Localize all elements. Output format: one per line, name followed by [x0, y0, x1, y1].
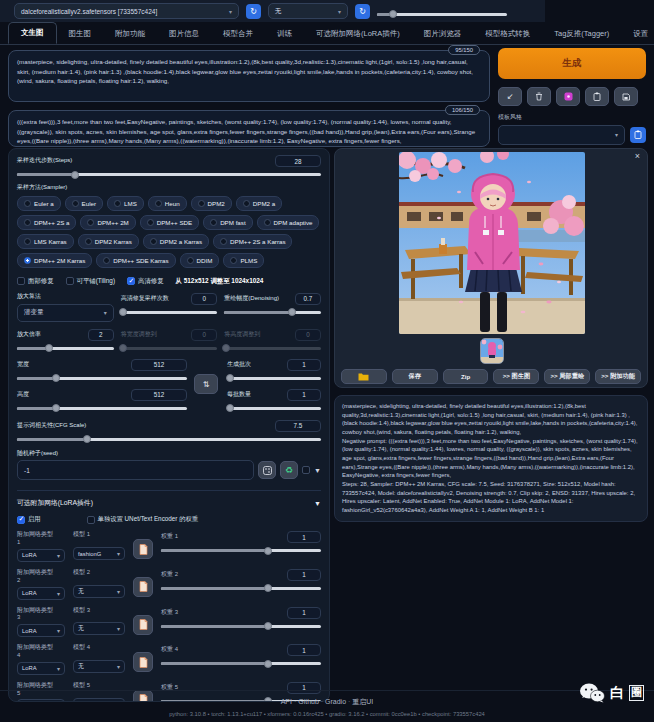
sampler-option[interactable]: DPM++ 2S a Karras — [213, 234, 292, 249]
generated-image[interactable] — [399, 152, 585, 334]
generate-button[interactable]: 生成 — [498, 48, 646, 79]
denoise-value[interactable]: 0.7 — [295, 293, 321, 305]
api-link[interactable]: API — [281, 698, 292, 705]
sampler-option[interactable]: DDIM — [180, 253, 220, 268]
clip-skip-slider[interactable] — [377, 13, 507, 16]
lora-model-file-button[interactable] — [133, 652, 153, 672]
lora-type-select[interactable]: LoRA▾ — [17, 662, 65, 675]
hires-steps-slider[interactable] — [121, 311, 218, 314]
sampler-option[interactable]: DPM2 a Karras — [143, 234, 209, 249]
sampler-option[interactable]: Heun — [148, 196, 187, 211]
apply-styles-blue-button[interactable] — [630, 127, 646, 143]
refresh-vae-button[interactable]: ↻ — [355, 4, 370, 19]
lora-type-select[interactable]: LoRA▾ — [17, 549, 65, 562]
tab-train[interactable]: 训练 — [265, 24, 304, 44]
upscale-by-slider[interactable] — [17, 347, 114, 350]
cfg-slider[interactable] — [17, 438, 321, 441]
batch-count-value[interactable]: 1 — [287, 359, 321, 371]
tab-model-converter[interactable]: 模型格式转换 — [473, 24, 542, 44]
lora-type-select[interactable]: LoRA▾ — [17, 624, 65, 637]
lora-model-file-button[interactable] — [133, 615, 153, 635]
reuse-seed-button[interactable]: ♻ — [280, 461, 298, 479]
hires-fix-checkbox[interactable]: 高清修复 — [127, 277, 164, 286]
lora-weight-slider[interactable] — [161, 587, 321, 590]
lora-model-select[interactable]: fashionG▾ — [73, 547, 125, 560]
lora-model-file-button[interactable] — [133, 577, 153, 597]
lora-accordion-header[interactable]: 可选附加网络(LoRA插件) ▼ — [17, 490, 321, 508]
gallery-thumbnail[interactable] — [480, 338, 504, 364]
lora-type-select[interactable]: LoRA▾ — [17, 587, 65, 600]
sampler-option[interactable]: DPM++ SDE — [140, 215, 199, 230]
lora-model-select[interactable]: 无▾ — [73, 660, 125, 673]
sampler-option[interactable]: DPM fast — [203, 215, 252, 230]
sampler-option[interactable]: DPM adaptive — [257, 215, 320, 230]
height-value[interactable]: 512 — [131, 389, 187, 401]
seed-collapse-icon[interactable]: ▼ — [314, 467, 321, 474]
swap-dimensions-button[interactable]: ⇅ — [194, 374, 218, 394]
sampler-option[interactable]: Euler — [65, 196, 103, 211]
upscale-by-value[interactable]: 2 — [88, 329, 114, 341]
negative-prompt-input[interactable]: (((extra feet))),3 feet,more than two fe… — [8, 110, 490, 147]
tiling-checkbox[interactable]: 可平铺(Tiling) — [66, 277, 115, 286]
denoise-slider[interactable] — [224, 311, 321, 314]
save-image-button[interactable]: 保存 — [392, 369, 438, 384]
reload-ui-link[interactable]: 重启UI — [346, 698, 373, 705]
width-value[interactable]: 512 — [131, 359, 187, 371]
lora-weight-slider[interactable] — [161, 549, 321, 552]
sampler-option[interactable]: DPM++ 2M — [80, 215, 135, 230]
steps-value[interactable]: 28 — [275, 155, 321, 167]
seed-extra-checkbox[interactable] — [302, 466, 310, 474]
send-to-inpaint-button[interactable]: >> 局部重绘 — [544, 369, 590, 384]
sampler-option[interactable]: DPM2 — [191, 196, 232, 211]
open-folder-button[interactable] — [341, 369, 387, 384]
tab-tagger[interactable]: Tag反推(Tagger) — [542, 24, 621, 44]
extra-networks-button[interactable] — [556, 87, 580, 106]
sampler-option[interactable]: DPM2 a — [236, 196, 282, 211]
lora-weight-value[interactable]: 1 — [287, 644, 321, 656]
positive-prompt-input[interactable]: (masterpiece, sidelighting, ultra-detail… — [8, 50, 490, 102]
sampler-option[interactable]: DPM2 Karras — [78, 234, 139, 249]
sampler-option[interactable]: PLMS — [223, 253, 264, 268]
tab-txt2img[interactable]: 文生图 — [8, 22, 57, 44]
lora-weight-value[interactable]: 1 — [287, 607, 321, 619]
send-to-extras-button[interactable]: >> 附加功能 — [595, 369, 641, 384]
tab-settings[interactable]: 设置 — [621, 24, 654, 44]
batch-count-slider[interactable] — [227, 377, 321, 380]
upscaler-select[interactable]: 潜变量▾ — [17, 304, 114, 322]
lora-weight-value[interactable]: 1 — [287, 531, 321, 543]
cfg-value[interactable]: 7.5 — [275, 420, 321, 432]
zip-button[interactable]: Zip — [443, 369, 489, 384]
lora-model-select[interactable]: 无▾ — [73, 585, 125, 598]
tab-image-browser[interactable]: 图片浏览器 — [412, 24, 474, 44]
batch-size-slider[interactable] — [227, 407, 321, 410]
sampler-option-selected[interactable]: DPM++ 2M Karras — [17, 253, 92, 268]
lora-weight-value[interactable]: 1 — [287, 569, 321, 581]
checkpoint-select[interactable]: dalceforealisticallyv2.safetensors [7335… — [14, 3, 239, 19]
lora-model-file-button[interactable] — [133, 539, 153, 559]
paste-params-button[interactable]: ↙ — [498, 87, 522, 106]
height-slider[interactable] — [17, 407, 187, 410]
tab-extras[interactable]: 附加功能 — [103, 24, 157, 44]
restore-faces-checkbox[interactable]: 面部修复 — [17, 277, 54, 286]
send-to-img2img-button[interactable]: >> 图生图 — [493, 369, 539, 384]
steps-slider[interactable] — [17, 173, 321, 176]
tab-additional-networks[interactable]: 可选附加网络(LoRA插件) — [304, 24, 412, 44]
sampler-option[interactable]: LMS — [107, 196, 144, 211]
gradio-link[interactable]: Gradio — [319, 698, 346, 705]
sampler-option[interactable]: LMS Karras — [17, 234, 74, 249]
tab-img2img[interactable]: 图生图 — [57, 24, 104, 44]
width-slider[interactable] — [17, 377, 187, 380]
lora-weight-slider[interactable] — [161, 625, 321, 628]
refresh-checkpoint-button[interactable]: ↻ — [246, 4, 261, 19]
sampler-option[interactable]: DPM++ SDE Karras — [96, 253, 175, 268]
random-seed-button[interactable] — [258, 461, 276, 479]
lora-weight-slider[interactable] — [161, 662, 321, 665]
apply-style-button[interactable] — [585, 87, 609, 106]
styles-select[interactable]: ▾ — [498, 125, 625, 145]
lora-separate-weights-checkbox[interactable]: 单独设置 UNet/Text Encoder 的权重 — [87, 515, 198, 524]
save-style-button[interactable] — [614, 87, 638, 106]
sampler-option[interactable]: Euler a — [17, 196, 61, 211]
sampler-option[interactable]: DPM++ 2S a — [17, 215, 76, 230]
tab-checkpoint-merger[interactable]: 模型合并 — [211, 24, 265, 44]
batch-size-value[interactable]: 1 — [287, 389, 321, 401]
